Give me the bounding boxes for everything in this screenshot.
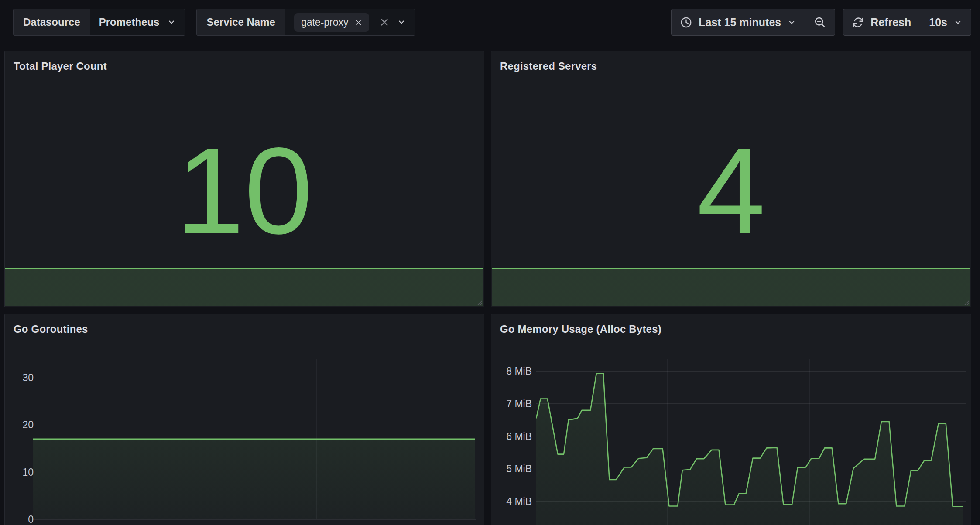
panel-resize-handle[interactable]: [963, 299, 970, 306]
dashboard-toolbar: Datasource Prometheus Service Name gate-…: [13, 9, 971, 36]
stat-value: 10: [5, 112, 484, 269]
chevron-down-icon: [954, 18, 962, 27]
service-name-label-text: Service Name: [206, 16, 275, 28]
panel-go-memory: Go Memory Usage (Alloc Bytes) 8 MiB7 MiB…: [491, 314, 971, 525]
service-tag-chip[interactable]: gate-proxy: [294, 13, 369, 32]
magnifier-minus-icon: [814, 16, 826, 28]
y-axis-tick-label: 6 MiB: [506, 431, 532, 442]
time-range-zoom-out-button[interactable]: [805, 9, 835, 35]
datasource-selected-value: Prometheus: [99, 16, 160, 28]
chevron-down-icon[interactable]: [397, 18, 406, 27]
y-axis-tick-label: 30: [22, 372, 34, 383]
chevron-down-icon: [788, 18, 796, 27]
time-range-picker-button[interactable]: Last 15 minutes: [672, 9, 805, 35]
goroutines-chart[interactable]: 3020100: [5, 314, 484, 525]
refresh-interval-value: 10s: [929, 16, 947, 29]
sync-icon: [852, 17, 864, 28]
grafana-dashboard: { "colors": { "accent_green": "#73BF69",…: [0, 0, 980, 525]
series-area: [33, 439, 475, 519]
memory-chart[interactable]: 8 MiB7 MiB6 MiB5 MiB4 MiB: [491, 314, 971, 525]
y-axis-tick-label: 7 MiB: [506, 398, 532, 409]
service-name-select[interactable]: gate-proxy: [285, 9, 415, 35]
toolbar-spacer: [426, 9, 664, 36]
clear-selection-icon[interactable]: [380, 17, 389, 27]
time-range-label: Last 15 minutes: [699, 16, 781, 29]
stat-value: 4: [491, 112, 971, 269]
service-name-filter: Service Name gate-proxy: [196, 9, 415, 36]
y-axis-tick-label: 8 MiB: [506, 365, 532, 377]
time-range-group: Last 15 minutes: [671, 9, 835, 36]
y-axis-tick-label: 10: [22, 467, 34, 478]
service-tag-text: gate-proxy: [301, 17, 349, 28]
panel-total-player-count: Total Player Count 10: [4, 51, 484, 307]
refresh-interval-button[interactable]: 10s: [920, 9, 971, 35]
refresh-label: Refresh: [870, 16, 911, 29]
remove-tag-icon[interactable]: [355, 19, 362, 26]
refresh-group: Refresh 10s: [843, 9, 971, 36]
panel-resize-handle[interactable]: [476, 299, 483, 306]
panel-registered-servers: Registered Servers 4: [491, 51, 971, 307]
y-axis-tick-label: 5 MiB: [506, 463, 532, 474]
series-area: [5, 269, 483, 306]
refresh-button[interactable]: Refresh: [843, 9, 920, 35]
chevron-down-icon: [167, 18, 176, 27]
clock-icon: [680, 17, 692, 28]
y-axis-tick-label: 4 MiB: [506, 496, 532, 507]
service-name-filter-label: Service Name: [197, 9, 285, 35]
datasource-filter-label: Datasource: [14, 9, 90, 35]
panel-go-goroutines: Go Goroutines 3020100: [4, 314, 484, 525]
y-axis-tick-label: 0: [28, 514, 34, 525]
datasource-select[interactable]: Prometheus: [90, 9, 185, 35]
datasource-label-text: Datasource: [23, 16, 80, 28]
series-area: [492, 269, 970, 306]
y-axis-tick-label: 20: [22, 419, 34, 430]
series-area: [536, 373, 963, 525]
datasource-filter: Datasource Prometheus: [13, 9, 185, 36]
